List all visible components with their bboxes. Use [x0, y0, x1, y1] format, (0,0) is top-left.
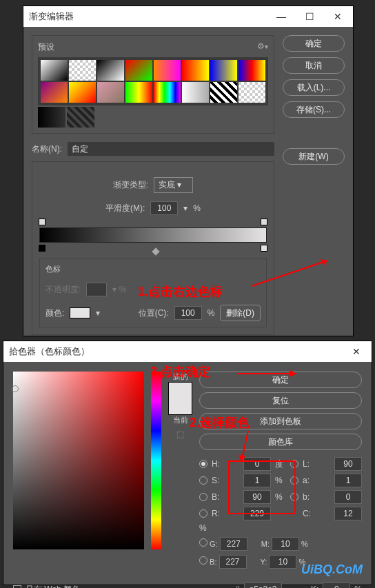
preset-swatch[interactable]: [239, 82, 265, 103]
preset-swatch[interactable]: [41, 60, 68, 81]
preset-swatch[interactable]: [125, 60, 152, 81]
color-label: 颜色:: [45, 307, 64, 319]
radio-bb[interactable]: [199, 556, 207, 565]
color-picker-window: 拾色器（色标颜色） ✕ 新的 当前 ⬚ 确定 复位 添加到色板 颜色库 H:度 …: [3, 341, 372, 585]
close-icon[interactable]: ✕: [334, 11, 342, 22]
preset-swatch[interactable]: [41, 82, 68, 103]
preset-swatch[interactable]: [67, 107, 94, 128]
picker-title: 拾色器（色标颜色）: [9, 345, 90, 358]
radio-l[interactable]: [290, 460, 298, 468]
radio-b[interactable]: [199, 493, 207, 501]
bb-input[interactable]: [219, 555, 247, 569]
gear-icon[interactable]: ⚙▾: [257, 41, 268, 53]
color-cursor[interactable]: [12, 385, 19, 392]
h-input[interactable]: [243, 457, 271, 471]
value-grid: H:度 L: S:% a: B:% b: R: C:%: [199, 457, 362, 533]
preset-swatch[interactable]: [239, 60, 265, 81]
radio-a[interactable]: [290, 476, 298, 485]
watermark: UiBQ.CoM: [301, 562, 363, 577]
hex-input[interactable]: [244, 582, 282, 588]
g-input[interactable]: [220, 537, 247, 551]
type-label: 渐变类型:: [113, 179, 148, 191]
smooth-input[interactable]: [150, 201, 178, 215]
preset-swatch[interactable]: [210, 82, 237, 103]
m-input[interactable]: [272, 537, 299, 551]
gradient-titlebar[interactable]: 渐变编辑器 — ☐ ✕: [23, 6, 353, 27]
b2-input[interactable]: [334, 490, 362, 504]
hue-slider[interactable]: [151, 372, 161, 549]
radio-h[interactable]: [199, 460, 207, 468]
preset-swatch[interactable]: [38, 107, 65, 128]
reset-button[interactable]: 复位: [199, 392, 362, 409]
cancel-button[interactable]: 取消: [283, 57, 345, 74]
save-button[interactable]: 存储(S)...: [283, 101, 345, 118]
minimize-icon[interactable]: —: [276, 11, 286, 22]
k-input[interactable]: [323, 582, 350, 588]
name-label: 名称(N):: [32, 143, 62, 155]
radio-b2[interactable]: [290, 493, 298, 501]
type-select[interactable]: 实底 ▾: [154, 177, 193, 193]
web-only-checkbox[interactable]: [13, 585, 21, 588]
b-input[interactable]: [243, 490, 271, 504]
gradient-title: 渐变编辑器: [29, 10, 74, 23]
current-label: 当前: [168, 415, 192, 425]
ok-button[interactable]: 确定: [283, 35, 345, 52]
a-input[interactable]: [334, 474, 362, 487]
cube-icon[interactable]: ⬚: [168, 429, 192, 439]
new-button[interactable]: 新建(W): [283, 148, 345, 165]
gradient-settings-panel: 渐变类型: 实底 ▾ 平滑度(M): ▾ %: [32, 161, 274, 335]
preset-swatch[interactable]: [97, 82, 124, 103]
color-chip[interactable]: [70, 307, 90, 318]
percent: %: [193, 203, 201, 213]
web-only-label: 只有 Web 颜色: [26, 584, 80, 589]
preset-swatch[interactable]: [125, 82, 152, 103]
color-preview: [168, 382, 192, 415]
delete-button[interactable]: 删除(D): [220, 305, 261, 321]
c-input[interactable]: [334, 507, 362, 520]
preset-swatch[interactable]: [154, 60, 181, 81]
library-button[interactable]: 颜色库: [199, 434, 362, 450]
position-label: 位置(C):: [139, 307, 169, 319]
stops-label: 色标: [45, 264, 261, 274]
close-icon[interactable]: ✕: [352, 346, 361, 357]
opacity-input: [86, 283, 107, 296]
opacity-stop-left[interactable]: [39, 219, 45, 225]
preset-swatch[interactable]: [69, 60, 96, 81]
presets-panel: 预设 ⚙▾: [32, 35, 274, 134]
preset-swatch[interactable]: [69, 82, 96, 103]
opacity-stop-right[interactable]: [261, 219, 267, 225]
name-input[interactable]: [68, 142, 274, 156]
smooth-label: 平滑度(M):: [105, 203, 145, 214]
preset-swatch[interactable]: [97, 60, 124, 81]
radio-r[interactable]: [199, 509, 207, 518]
radio-g[interactable]: [199, 538, 207, 547]
preset-swatch[interactable]: [210, 60, 237, 81]
saturation-field[interactable]: [13, 372, 144, 549]
r-input[interactable]: [243, 507, 271, 520]
load-button[interactable]: 载入(L)...: [283, 79, 345, 96]
maximize-icon[interactable]: ☐: [305, 11, 314, 22]
position-input[interactable]: [174, 306, 202, 320]
preset-swatch[interactable]: [182, 82, 209, 103]
color-stop-left[interactable]: [39, 245, 45, 252]
color-stop-right[interactable]: [261, 245, 267, 252]
new-label: 新的: [168, 372, 192, 382]
gradient-editor-window: 渐变编辑器 — ☐ ✕ 预设 ⚙▾: [23, 6, 354, 336]
l-input[interactable]: [334, 457, 362, 471]
add-swatch-button[interactable]: 添加到色板: [199, 413, 362, 429]
preset-swatch[interactable]: [182, 60, 209, 81]
presets-label: 预设: [38, 41, 54, 53]
y-input[interactable]: [269, 555, 296, 569]
gradient-preview-bar[interactable]: [39, 227, 267, 243]
preset-swatch[interactable]: [154, 82, 181, 103]
preset-grid: [38, 57, 268, 105]
radio-s[interactable]: [199, 476, 207, 485]
opacity-label: 不透明度:: [45, 284, 81, 296]
s-input[interactable]: [243, 474, 271, 487]
ok-button[interactable]: 确定: [199, 372, 362, 388]
picker-titlebar[interactable]: 拾色器（色标颜色） ✕: [3, 341, 372, 362]
